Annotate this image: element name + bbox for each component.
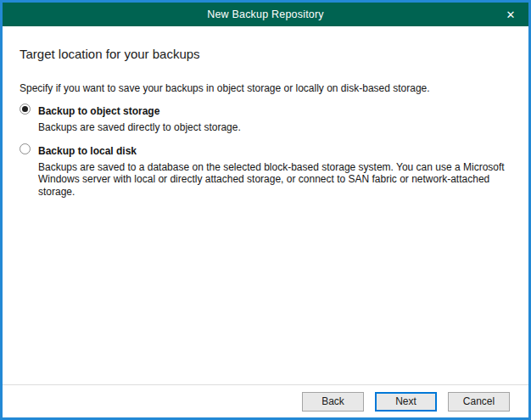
option-description: Backups are saved directly to object sto… (38, 121, 241, 134)
window-title: New Backup Repository (207, 8, 324, 20)
cancel-button[interactable]: Cancel (448, 392, 510, 412)
option-description: Backups are saved to a database on the s… (38, 161, 506, 199)
close-icon[interactable]: ✕ (493, 3, 528, 26)
radio-object-storage[interactable] (20, 104, 31, 115)
next-button[interactable]: Next (375, 392, 437, 412)
back-button[interactable]: Back (302, 392, 364, 412)
new-backup-repository-dialog: New Backup Repository ✕ Target location … (0, 0, 531, 420)
intro-text: Specify if you want to save your backups… (20, 82, 511, 94)
option-backup-to-object-storage[interactable]: Backup to object storage Backups are sav… (20, 103, 511, 134)
dialog-body: Target location for your backups Specify… (3, 26, 528, 198)
option-label: Backup to local disk (38, 145, 137, 157)
footer-button-bar: Back Next Cancel (3, 384, 528, 417)
option-backup-to-local-disk[interactable]: Backup to local disk Backups are saved t… (20, 143, 511, 199)
radio-local-disk[interactable] (20, 143, 31, 154)
page-title: Target location for your backups (20, 47, 511, 61)
title-bar: New Backup Repository ✕ (3, 3, 528, 26)
option-label: Backup to object storage (38, 105, 159, 117)
